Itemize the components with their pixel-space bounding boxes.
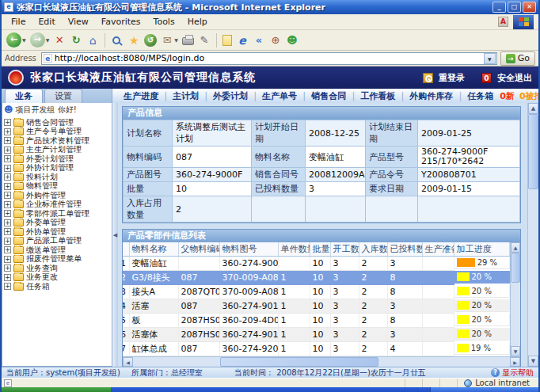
refresh-icon[interactable]: ↻ — [70, 34, 82, 47]
relogin-button[interactable]: 重登录 — [439, 72, 465, 84]
show-help-button[interactable]: ? 显示帮助 — [491, 367, 534, 379]
parts-vscrollbar[interactable]: ▲ ▼ — [510, 242, 520, 356]
menu-view[interactable]: View — [62, 15, 95, 29]
table-row[interactable]: 5板2087HS002360-209-4D01011032820 % — [123, 314, 510, 328]
logout-icon[interactable]: 0 — [481, 73, 492, 83]
expand-icon[interactable]: + — [4, 283, 11, 290]
close-button[interactable]: ✕ — [523, 2, 536, 13]
table-row[interactable]: 7缸体总成087360-274-9200F11032419 % — [123, 342, 510, 356]
menu-file[interactable]: File — [5, 15, 32, 29]
expand-icon[interactable]: + — [4, 128, 11, 135]
sidebar-item-6[interactable]: +投料计划 — [4, 173, 112, 182]
scroll-up-icon[interactable]: ▲ — [528, 103, 538, 114]
msn-icon[interactable]: « — [253, 34, 265, 47]
scroll-left-icon[interactable]: ◀ — [123, 357, 133, 367]
nav-item-2[interactable]: 外委计划 — [213, 91, 248, 101]
scroll-down-icon[interactable]: ▼ — [511, 346, 520, 356]
table-row[interactable]: 6活塞体2087HS002360-274-9011W11032320 % — [123, 328, 510, 342]
nav-item-0[interactable]: 生产进度 — [124, 91, 158, 101]
mail-dropdown-icon[interactable]: ▼ — [174, 37, 178, 43]
research-icon[interactable]: ⊕ — [269, 34, 282, 47]
table-row[interactable]: 4活塞087360-274-9010F11032320 % — [123, 299, 510, 314]
back-button[interactable]: ←▼ — [6, 32, 26, 48]
acrobat-icon[interactable]: A — [498, 17, 508, 27]
home-icon[interactable]: ⌂ — [86, 34, 99, 47]
sidebar-item-15[interactable]: +报废件管理菜单 — [4, 255, 112, 265]
messenger-icon[interactable]: ☻ — [286, 34, 299, 47]
scroll-right-icon[interactable]: ▶ — [510, 357, 520, 367]
expand-icon[interactable]: + — [4, 210, 11, 217]
parts-hscrollbar[interactable]: ◀ ▶ — [123, 356, 520, 367]
nav-item-3[interactable]: 生产单号 — [262, 91, 297, 101]
menu-help[interactable]: Help — [181, 15, 214, 29]
expand-icon[interactable]: + — [4, 219, 11, 226]
table-row[interactable]: 1变幅油缸360-274-9000F1032329 % — [123, 257, 510, 271]
tab-business[interactable]: 业务 — [5, 89, 43, 103]
edit-icon[interactable]: ✎ — [198, 34, 211, 47]
address-input[interactable] — [55, 53, 484, 64]
expand-icon[interactable]: + — [4, 201, 11, 208]
ie-icon[interactable]: e — [236, 34, 249, 47]
nav-item-6[interactable]: 外购件库存 — [409, 91, 453, 101]
sidebar-item-11[interactable]: +外委单管理 — [4, 219, 112, 228]
relogin-icon[interactable] — [423, 73, 433, 83]
nav-item-4[interactable]: 销售合同 — [311, 91, 346, 101]
stop-icon[interactable]: ✕ — [53, 34, 66, 47]
collapse-arrow-icon[interactable]: ◀ — [113, 232, 117, 238]
scroll-thumb[interactable] — [511, 253, 520, 283]
expand-icon[interactable]: + — [4, 265, 11, 272]
sidebar-item-12[interactable]: +外协单管理 — [4, 227, 112, 237]
sidebar-item-14[interactable]: +缴送单管理 — [4, 245, 112, 255]
history-icon[interactable]: ↺ — [144, 34, 157, 47]
sidebar-item-4[interactable]: +外委计划管理 — [4, 154, 112, 164]
logout-button[interactable]: 安全退出 — [497, 72, 532, 84]
mail-button[interactable]: ✉▼ — [161, 34, 178, 47]
splitter[interactable]: ◀ — [112, 103, 118, 367]
tab-settings[interactable]: 设置 — [44, 89, 82, 103]
scroll-thumb[interactable] — [528, 114, 538, 189]
search-icon[interactable] — [112, 36, 120, 44]
menu-favorites[interactable]: Favorites — [95, 15, 147, 29]
expand-icon[interactable]: + — [4, 246, 11, 253]
expand-icon[interactable]: + — [4, 119, 11, 126]
forward-dropdown-icon[interactable]: ▼ — [46, 37, 50, 43]
nav-item-1[interactable]: 主计划 — [173, 91, 199, 101]
nav-item-5[interactable]: 工作看板 — [360, 91, 395, 101]
expand-icon[interactable]: + — [4, 238, 11, 245]
back-dropdown-icon[interactable]: ▼ — [22, 37, 26, 43]
table-row[interactable]: 3接头A2087QT002370-009-A085011032820 % — [123, 285, 510, 299]
sidebar-item-17[interactable]: +业务更改 — [4, 273, 112, 283]
sidebar-item-9[interactable]: +企业标准件管理 — [4, 200, 112, 210]
scroll-down-icon[interactable]: ▼ — [528, 356, 538, 367]
favorites-icon[interactable]: ★ — [127, 34, 140, 47]
sidebar-item-0[interactable]: +销售合同管理 — [4, 118, 112, 127]
start-button[interactable] — [2, 387, 111, 392]
sidebar-item-2[interactable]: +产品技术资料管理 — [4, 136, 112, 146]
scroll-thumb[interactable] — [220, 357, 378, 367]
go-button[interactable]: →Go — [500, 51, 535, 66]
expand-icon[interactable]: + — [4, 256, 11, 263]
expand-icon[interactable]: + — [4, 192, 11, 199]
sidebar-item-8[interactable]: +外购件管理 — [4, 191, 112, 200]
forward-button[interactable]: →▼ — [30, 32, 50, 48]
expand-icon[interactable]: + — [4, 155, 11, 162]
sidebar-item-18[interactable]: +任务箱 — [4, 282, 112, 291]
maximize-button[interactable]: □ — [508, 2, 521, 13]
main-scrollbar[interactable]: ▲ ▼ — [527, 103, 538, 367]
expand-icon[interactable]: + — [4, 165, 11, 172]
sidebar-item-3[interactable]: +主生产计划管理 — [4, 146, 112, 155]
sidebar-item-10[interactable]: +零部件派工单管理 — [4, 209, 112, 219]
minimize-button[interactable]: _ — [492, 2, 506, 13]
expand-icon[interactable]: + — [4, 173, 11, 181]
expand-icon[interactable]: + — [4, 147, 11, 154]
nav-item-7[interactable]: 任务箱 — [467, 91, 493, 101]
sidebar-item-16[interactable]: +业务查询 — [4, 264, 112, 273]
expand-icon[interactable]: + — [4, 274, 11, 281]
table-row[interactable]: 2G3/8接头087370-009-A084011032820 % — [123, 271, 510, 285]
expand-icon[interactable]: + — [4, 228, 11, 235]
compose-icon[interactable] — [222, 35, 232, 46]
address-dropdown-icon[interactable]: ▼ — [484, 53, 496, 64]
sidebar-item-7[interactable]: +物料管理 — [4, 182, 112, 192]
print-icon[interactable] — [182, 37, 194, 45]
scroll-up-icon[interactable]: ▲ — [511, 242, 520, 253]
